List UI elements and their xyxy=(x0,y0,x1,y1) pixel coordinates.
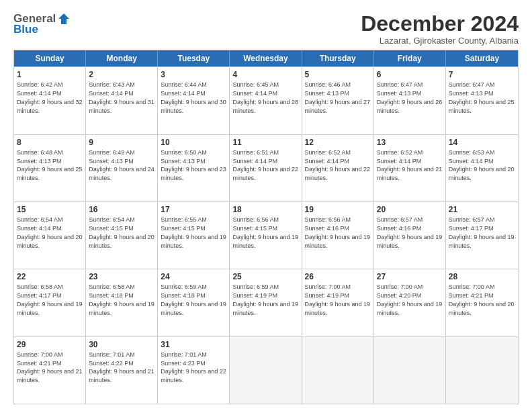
day-cell-17: 17Sunrise: 6:55 AMSunset: 4:15 PMDayligh… xyxy=(158,202,230,269)
day-info: Sunrise: 7:00 AMSunset: 4:21 PMDaylight:… xyxy=(17,351,83,383)
day-info: Sunrise: 6:44 AMSunset: 4:14 PMDaylight:… xyxy=(161,81,226,113)
day-number: 29 xyxy=(17,339,83,350)
day-number: 20 xyxy=(377,204,443,215)
day-info: Sunrise: 6:54 AMSunset: 4:15 PMDaylight:… xyxy=(89,216,154,248)
day-info: Sunrise: 7:00 AMSunset: 4:19 PMDaylight:… xyxy=(305,283,371,316)
day-info: Sunrise: 6:47 AMSunset: 4:13 PMDaylight:… xyxy=(449,81,515,113)
day-number: 28 xyxy=(449,271,515,282)
day-number: 5 xyxy=(305,69,371,80)
day-info: Sunrise: 7:00 AMSunset: 4:20 PMDaylight:… xyxy=(377,283,443,316)
day-cell-19: 19Sunrise: 6:56 AMSunset: 4:16 PMDayligh… xyxy=(302,202,374,269)
day-number: 9 xyxy=(89,137,154,148)
day-cell-22: 22Sunrise: 6:58 AMSunset: 4:17 PMDayligh… xyxy=(14,269,86,336)
empty-cell xyxy=(446,337,518,404)
day-cell-30: 30Sunrise: 7:01 AMSunset: 4:22 PMDayligh… xyxy=(86,337,158,404)
day-cell-27: 27Sunrise: 7:00 AMSunset: 4:20 PMDayligh… xyxy=(374,269,446,336)
day-number: 21 xyxy=(449,204,515,215)
day-info: Sunrise: 6:50 AMSunset: 4:13 PMDaylight:… xyxy=(161,149,226,181)
day-cell-3: 3Sunrise: 6:44 AMSunset: 4:14 PMDaylight… xyxy=(158,67,230,134)
calendar-body: 1Sunrise: 6:42 AMSunset: 4:14 PMDaylight… xyxy=(14,66,518,404)
day-info: Sunrise: 6:57 AMSunset: 4:17 PMDaylight:… xyxy=(449,216,515,248)
day-cell-31: 31Sunrise: 7:01 AMSunset: 4:23 PMDayligh… xyxy=(158,337,230,404)
day-cell-16: 16Sunrise: 6:54 AMSunset: 4:15 PMDayligh… xyxy=(86,202,158,269)
page: General Blue December 2024 Lazarat, Gjir… xyxy=(0,0,532,411)
day-info: Sunrise: 6:42 AMSunset: 4:14 PMDaylight:… xyxy=(17,81,83,113)
calendar: SundayMondayTuesdayWednesdayThursdayFrid… xyxy=(13,50,519,404)
day-cell-4: 4Sunrise: 6:45 AMSunset: 4:14 PMDaylight… xyxy=(230,67,302,134)
day-info: Sunrise: 6:45 AMSunset: 4:14 PMDaylight:… xyxy=(232,81,298,113)
day-number: 6 xyxy=(377,69,443,80)
header-cell-thursday: Thursday xyxy=(302,50,374,66)
day-number: 23 xyxy=(89,271,154,282)
empty-cell xyxy=(230,337,302,404)
day-number: 16 xyxy=(89,204,154,215)
day-info: Sunrise: 6:52 AMSunset: 4:14 PMDaylight:… xyxy=(377,149,443,181)
day-number: 13 xyxy=(377,137,443,148)
logo-icon xyxy=(57,12,71,26)
day-info: Sunrise: 6:47 AMSunset: 4:13 PMDaylight:… xyxy=(377,81,443,113)
header-cell-saturday: Saturday xyxy=(446,50,518,66)
empty-cell xyxy=(302,337,374,404)
day-info: Sunrise: 6:52 AMSunset: 4:14 PMDaylight:… xyxy=(305,149,371,181)
day-cell-9: 9Sunrise: 6:49 AMSunset: 4:13 PMDaylight… xyxy=(86,135,158,201)
header-cell-monday: Monday xyxy=(86,50,158,66)
day-info: Sunrise: 6:58 AMSunset: 4:17 PMDaylight:… xyxy=(17,283,83,316)
day-number: 18 xyxy=(232,204,298,215)
logo-blue: Blue xyxy=(13,23,38,36)
day-cell-13: 13Sunrise: 6:52 AMSunset: 4:14 PMDayligh… xyxy=(374,135,446,201)
day-number: 22 xyxy=(17,271,83,282)
day-number: 1 xyxy=(17,69,83,80)
day-cell-12: 12Sunrise: 6:52 AMSunset: 4:14 PMDayligh… xyxy=(302,135,374,201)
day-number: 31 xyxy=(161,339,226,350)
calendar-row-1: 8Sunrise: 6:48 AMSunset: 4:13 PMDaylight… xyxy=(14,134,518,201)
day-info: Sunrise: 6:54 AMSunset: 4:14 PMDaylight:… xyxy=(17,216,83,248)
day-cell-18: 18Sunrise: 6:56 AMSunset: 4:15 PMDayligh… xyxy=(230,202,302,269)
day-info: Sunrise: 7:01 AMSunset: 4:22 PMDaylight:… xyxy=(89,351,154,383)
day-info: Sunrise: 7:01 AMSunset: 4:23 PMDaylight:… xyxy=(161,351,226,383)
day-number: 2 xyxy=(89,69,154,80)
day-cell-25: 25Sunrise: 6:59 AMSunset: 4:19 PMDayligh… xyxy=(230,269,302,336)
day-cell-11: 11Sunrise: 6:51 AMSunset: 4:14 PMDayligh… xyxy=(230,135,302,201)
day-cell-6: 6Sunrise: 6:47 AMSunset: 4:13 PMDaylight… xyxy=(374,67,446,134)
calendar-row-4: 29Sunrise: 7:00 AMSunset: 4:21 PMDayligh… xyxy=(14,336,518,404)
header-cell-tuesday: Tuesday xyxy=(158,50,230,66)
day-cell-29: 29Sunrise: 7:00 AMSunset: 4:21 PMDayligh… xyxy=(14,337,86,404)
day-cell-10: 10Sunrise: 6:50 AMSunset: 4:13 PMDayligh… xyxy=(158,135,230,201)
day-info: Sunrise: 6:57 AMSunset: 4:16 PMDaylight:… xyxy=(377,216,443,248)
page-subtitle: Lazarat, Gjirokaster County, Albania xyxy=(361,36,519,46)
day-number: 27 xyxy=(377,271,443,282)
day-cell-5: 5Sunrise: 6:46 AMSunset: 4:13 PMDaylight… xyxy=(302,67,374,134)
day-number: 12 xyxy=(305,137,371,148)
day-number: 26 xyxy=(305,271,371,282)
day-number: 11 xyxy=(232,137,298,148)
day-cell-20: 20Sunrise: 6:57 AMSunset: 4:16 PMDayligh… xyxy=(374,202,446,269)
day-info: Sunrise: 6:46 AMSunset: 4:13 PMDaylight:… xyxy=(305,81,371,113)
day-info: Sunrise: 6:43 AMSunset: 4:14 PMDaylight:… xyxy=(89,81,154,113)
day-info: Sunrise: 6:58 AMSunset: 4:18 PMDaylight:… xyxy=(89,283,154,316)
day-info: Sunrise: 6:49 AMSunset: 4:13 PMDaylight:… xyxy=(89,149,154,181)
day-cell-28: 28Sunrise: 7:00 AMSunset: 4:21 PMDayligh… xyxy=(446,269,518,336)
day-cell-1: 1Sunrise: 6:42 AMSunset: 4:14 PMDaylight… xyxy=(14,67,86,134)
day-number: 4 xyxy=(232,69,298,80)
header-cell-wednesday: Wednesday xyxy=(230,50,302,66)
day-number: 24 xyxy=(161,271,226,282)
day-cell-23: 23Sunrise: 6:58 AMSunset: 4:18 PMDayligh… xyxy=(86,269,158,336)
day-cell-14: 14Sunrise: 6:53 AMSunset: 4:14 PMDayligh… xyxy=(446,135,518,201)
day-number: 15 xyxy=(17,204,83,215)
day-number: 14 xyxy=(449,137,515,148)
day-info: Sunrise: 6:59 AMSunset: 4:18 PMDaylight:… xyxy=(161,283,226,316)
day-number: 19 xyxy=(305,204,371,215)
day-cell-2: 2Sunrise: 6:43 AMSunset: 4:14 PMDaylight… xyxy=(86,67,158,134)
page-title: December 2024 xyxy=(361,12,519,36)
day-info: Sunrise: 6:48 AMSunset: 4:13 PMDaylight:… xyxy=(17,149,83,181)
header-cell-friday: Friday xyxy=(374,50,446,66)
logo: General Blue xyxy=(13,12,71,36)
day-number: 8 xyxy=(17,137,83,148)
day-info: Sunrise: 6:53 AMSunset: 4:14 PMDaylight:… xyxy=(449,149,515,181)
day-cell-8: 8Sunrise: 6:48 AMSunset: 4:13 PMDaylight… xyxy=(14,135,86,201)
day-cell-15: 15Sunrise: 6:54 AMSunset: 4:14 PMDayligh… xyxy=(14,202,86,269)
title-block: December 2024 Lazarat, Gjirokaster Count… xyxy=(361,12,519,46)
day-number: 10 xyxy=(161,137,226,148)
day-info: Sunrise: 6:56 AMSunset: 4:15 PMDaylight:… xyxy=(232,216,298,248)
day-number: 30 xyxy=(89,339,154,350)
